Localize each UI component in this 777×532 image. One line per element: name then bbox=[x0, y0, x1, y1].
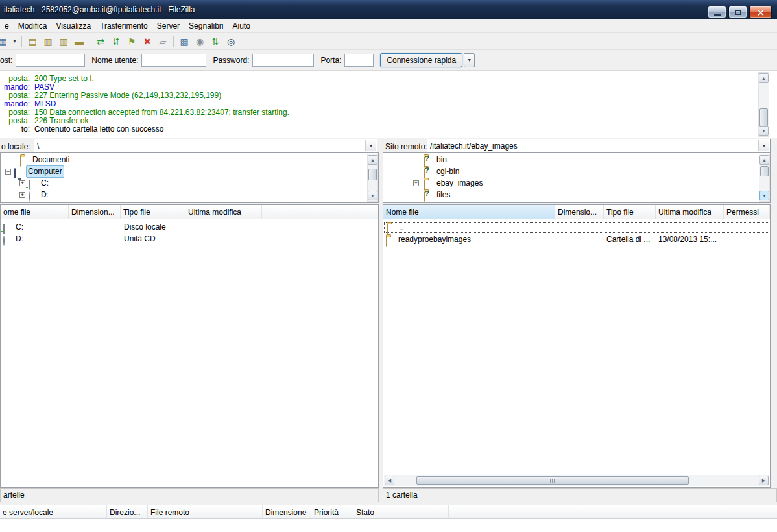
queue-column-server-local[interactable]: e server/locale bbox=[0, 505, 107, 518]
sync-browsing-icon[interactable]: ⇅ bbox=[208, 35, 222, 48]
process-queue-icon[interactable]: ⇵ bbox=[109, 35, 123, 48]
menu-aiuto[interactable]: Aiuto bbox=[228, 20, 254, 32]
scrollbar-thumb[interactable] bbox=[760, 166, 769, 176]
log-line: posta:200 Type set to I. bbox=[0, 75, 777, 83]
quickconnect-button[interactable]: Connessione rapida bbox=[380, 53, 462, 67]
queue-column-size[interactable]: Dimensione bbox=[263, 505, 311, 518]
remote-tree-toggle-icon[interactable]: ▥ bbox=[56, 35, 71, 48]
find-icon[interactable]: ◎ bbox=[224, 35, 238, 48]
column-header-type[interactable]: Tipo file bbox=[604, 205, 656, 219]
scroll-down-icon[interactable]: ▼ bbox=[759, 191, 769, 200]
column-header-modified[interactable]: Ultima modifica bbox=[656, 205, 724, 219]
file-name: readyproebayimages bbox=[398, 234, 471, 245]
scrollbar-thumb[interactable] bbox=[368, 169, 377, 180]
file-name: D: bbox=[16, 234, 23, 245]
quickconnect-dropdown-icon[interactable]: ▾ bbox=[464, 53, 475, 67]
expand-icon[interactable]: + bbox=[413, 180, 419, 186]
tree-item-drive-c[interactable]: + C: bbox=[1, 178, 378, 189]
message-log-toggle-icon[interactable]: ▤ bbox=[25, 35, 40, 48]
column-header-size[interactable]: Dimension... bbox=[69, 205, 121, 219]
scroll-right-icon[interactable]: ▶ bbox=[759, 476, 769, 485]
tree-item-computer[interactable]: − Computer bbox=[1, 166, 378, 177]
computer-icon bbox=[14, 168, 16, 178]
refresh-icon[interactable]: ⇄ bbox=[93, 35, 108, 48]
site-manager-dropdown-icon[interactable]: ▾ bbox=[11, 35, 18, 48]
tree-item-label: C: bbox=[41, 178, 49, 189]
chevron-down-icon[interactable]: ▾ bbox=[365, 140, 376, 151]
remote-tree-scrollbar[interactable]: ▲ ▼ bbox=[759, 154, 770, 202]
scrollbar-thumb[interactable] bbox=[759, 108, 768, 127]
file-type: Disco locale bbox=[124, 222, 166, 233]
queue-toggle-icon[interactable]: ▬ bbox=[72, 35, 86, 48]
tree-item-label: Documenti bbox=[32, 154, 69, 165]
minimize-button[interactable] bbox=[708, 6, 726, 18]
column-header-size[interactable]: Dimensio... bbox=[555, 205, 604, 219]
cd-drive-icon bbox=[29, 191, 30, 202]
local-site-combobox[interactable]: \ ▾ bbox=[34, 139, 377, 152]
scrollbar-thumb[interactable] bbox=[416, 476, 689, 485]
local-tree-toggle-icon[interactable]: ▥ bbox=[41, 35, 55, 48]
menu-segnalibri[interactable]: Segnalibri bbox=[184, 20, 228, 32]
column-header-name[interactable]: Nome file bbox=[383, 205, 555, 219]
local-site-value: \ bbox=[37, 141, 39, 151]
expand-icon[interactable]: + bbox=[19, 192, 25, 198]
queue-column-direction[interactable]: Direzio... bbox=[107, 505, 148, 518]
expand-icon[interactable]: + bbox=[19, 180, 25, 186]
remote-file-row-readyproebayimages[interactable]: readyproebayimages Cartella di ... 13/08… bbox=[383, 234, 770, 245]
remote-list-hscrollbar[interactable]: ◀ ▶ bbox=[384, 475, 769, 486]
menu-server[interactable]: Server bbox=[152, 20, 184, 32]
column-header-modified[interactable]: Ultima modifica bbox=[185, 205, 262, 219]
tree-item-files[interactable]: ? files bbox=[383, 189, 770, 200]
chevron-down-icon[interactable]: ▾ bbox=[758, 140, 769, 151]
close-button[interactable] bbox=[749, 6, 772, 18]
toolbar-separator bbox=[173, 36, 174, 47]
local-site-label: o locale: bbox=[1, 141, 30, 152]
scroll-down-icon[interactable]: ▼ bbox=[759, 126, 769, 136]
menu-file[interactable]: e bbox=[0, 20, 14, 32]
cancel-icon[interactable]: ✖ bbox=[140, 35, 154, 48]
remote-site-combobox[interactable]: /italiatech.it/ebay_images ▾ bbox=[427, 139, 771, 152]
filter-icon[interactable]: ▩ bbox=[177, 35, 191, 48]
menu-modifica[interactable]: Modifica bbox=[14, 20, 52, 32]
return-to-queue-icon[interactable]: ⚑ bbox=[125, 35, 139, 48]
local-file-row-c[interactable]: C: Disco locale bbox=[1, 222, 378, 233]
log-scrollbar[interactable]: ▲ ▼ bbox=[758, 72, 769, 137]
local-file-list: ome file Dimension... Tipo file Ultima m… bbox=[0, 204, 379, 488]
port-input[interactable] bbox=[344, 54, 374, 67]
tree-item-drive-d[interactable]: + D: bbox=[1, 189, 378, 200]
scroll-up-icon[interactable]: ▲ bbox=[759, 155, 769, 165]
column-header-type[interactable]: Tipo file bbox=[121, 205, 185, 219]
column-header-name[interactable]: ome file bbox=[1, 205, 69, 219]
remote-status-bar: 1 cartella bbox=[383, 488, 777, 502]
site-manager-icon[interactable]: ▦ bbox=[0, 35, 10, 48]
column-header-permissions[interactable]: Permessi bbox=[724, 205, 770, 219]
scroll-left-icon[interactable]: ◀ bbox=[385, 476, 394, 485]
tree-item-bin[interactable]: ? bin bbox=[383, 154, 770, 165]
disconnect-icon[interactable]: ▱ bbox=[156, 35, 170, 48]
queue-column-status[interactable]: Stato bbox=[353, 505, 449, 518]
local-file-row-d[interactable]: D: Unità CD bbox=[1, 234, 378, 245]
scroll-up-icon[interactable]: ▲ bbox=[368, 155, 377, 165]
tree-item-cgi-bin[interactable]: ? cgi-bin bbox=[383, 166, 770, 177]
transfer-queue-body[interactable] bbox=[0, 519, 777, 532]
compare-icon[interactable]: ◉ bbox=[193, 35, 207, 48]
scroll-up-icon[interactable]: ▲ bbox=[759, 73, 769, 83]
local-list-header: ome file Dimension... Tipo file Ultima m… bbox=[1, 205, 378, 219]
queue-column-remote-file[interactable]: File remoto bbox=[148, 505, 263, 518]
collapse-icon[interactable]: − bbox=[5, 169, 11, 175]
toolbar-separator bbox=[21, 36, 22, 47]
host-input[interactable] bbox=[16, 54, 85, 67]
tree-item-ebay-images[interactable]: + ebay_images bbox=[383, 178, 770, 189]
maximize-button[interactable] bbox=[728, 6, 747, 18]
password-input[interactable] bbox=[252, 54, 314, 67]
message-log[interactable]: posta:200 Type set to I. mando:PASV post… bbox=[0, 71, 777, 138]
menu-trasferimento[interactable]: Trasferimento bbox=[95, 20, 152, 32]
username-input[interactable] bbox=[141, 54, 206, 67]
tree-item-documenti[interactable]: Documenti bbox=[1, 154, 378, 165]
local-tree-scrollbar[interactable]: ▲ ▼ bbox=[367, 154, 378, 202]
remote-file-list: Nome file Dimensio... Tipo file Ultima m… bbox=[383, 204, 771, 488]
remote-file-row-parent[interactable]: .. bbox=[384, 222, 769, 233]
menu-visualizza[interactable]: Visualizza bbox=[51, 20, 95, 32]
scroll-down-icon[interactable]: ▼ bbox=[368, 191, 377, 200]
queue-column-priority[interactable]: Priorità bbox=[311, 505, 353, 518]
